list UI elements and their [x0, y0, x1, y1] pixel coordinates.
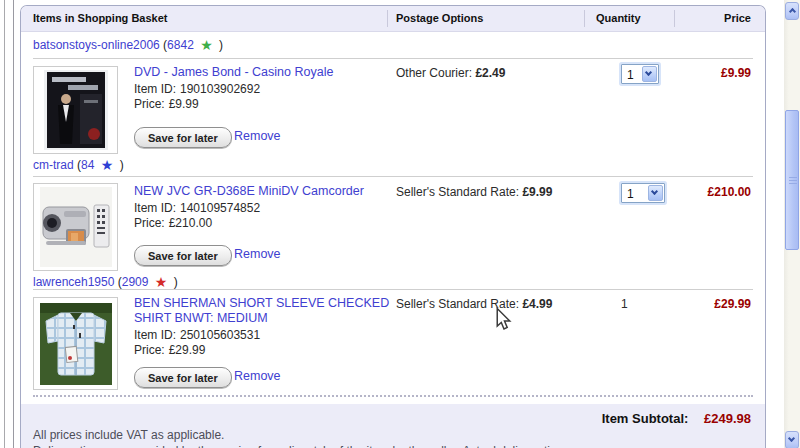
save-for-later-button[interactable]: Save for later: [134, 245, 232, 266]
quantity-value: 1: [627, 68, 634, 82]
postage-cost: £9.99: [522, 185, 552, 199]
seller-row: batsonstoys-online2006 (6842 ★ ): [33, 37, 223, 53]
mouse-cursor: [496, 307, 512, 335]
feedback-star-icon[interactable]: ★: [155, 274, 168, 290]
page-divider-line: [4, 0, 5, 448]
quantity-value: 1: [627, 187, 634, 201]
item-price-value: £210.00: [169, 216, 212, 230]
scroll-down-button[interactable]: [785, 431, 799, 448]
item-price-line: Price:£29.99: [134, 343, 205, 357]
row-divider: [33, 58, 753, 59]
postage-label: Seller's Standard Rate:: [396, 185, 519, 199]
item-price-label: Price:: [134, 97, 165, 111]
subtotal-label: Item Subtotal:: [602, 411, 689, 426]
item-thumbnail-camcorder[interactable]: [33, 183, 118, 271]
line-price: £29.99: [714, 297, 751, 311]
remove-link[interactable]: Remove: [234, 129, 281, 143]
line-price: £9.99: [721, 66, 751, 80]
postage-option: Seller's Standard Rate: £4.99: [396, 297, 552, 311]
item-id-value: 250105603531: [180, 328, 260, 342]
header-separator: [387, 10, 388, 27]
scrollbar-thumb[interactable]: [785, 110, 799, 250]
item-price-label: Price:: [134, 216, 165, 230]
item-id-label: Item ID:: [134, 328, 176, 342]
postage-label: Other Courier:: [396, 66, 472, 80]
item-price-label: Price:: [134, 343, 165, 357]
item-thumbnail-dvd[interactable]: [33, 66, 118, 154]
seller-name-link[interactable]: lawrenceh1950: [33, 275, 114, 289]
item-id-line: Item ID:250105603531: [134, 328, 260, 342]
page-divider-line: [13, 0, 14, 448]
row-divider: [33, 289, 753, 290]
col-header-items: Items in Shopping Basket: [33, 12, 167, 24]
header-separator: [674, 10, 675, 27]
postage-option: Other Courier: £2.49: [396, 66, 505, 80]
postage-option: Seller's Standard Rate: £9.99: [396, 185, 552, 199]
camcorder-image: [40, 187, 112, 267]
shopping-basket-panel: Items in Shopping Basket Postage Options…: [20, 5, 766, 448]
col-header-quantity: Quantity: [596, 12, 641, 24]
vertical-scrollbar[interactable]: [784, 0, 800, 448]
feedback-score-link[interactable]: 2909: [122, 275, 149, 289]
item-id-value: 190103902692: [180, 82, 260, 96]
item-price-line: Price:£210.00: [134, 216, 212, 230]
postage-cost: £4.99: [522, 297, 552, 311]
item-title-link[interactable]: NEW JVC GR-D368E MiniDV Camcorder: [134, 184, 396, 199]
quantity-dropdown[interactable]: 1: [621, 64, 659, 84]
item-id-value: 140109574852: [180, 201, 260, 215]
col-header-postage: Postage Options: [396, 12, 483, 24]
postage-cost: £2.49: [475, 66, 505, 80]
scroll-up-button[interactable]: [785, 2, 799, 20]
subtotal-divider: [33, 395, 753, 397]
chevron-down-icon: [651, 188, 658, 195]
paren: ): [219, 38, 223, 52]
row-divider: [33, 176, 753, 177]
chevron-up-icon: [789, 8, 796, 15]
item-title-link[interactable]: BEN SHERMAN SHORT SLEEVE CHECKED SHIRT B…: [134, 296, 396, 326]
scrollbar-grip: [789, 177, 797, 185]
remove-link[interactable]: Remove: [234, 247, 281, 261]
paren: ): [174, 275, 178, 289]
item-id-line: Item ID:190103902692: [134, 82, 260, 96]
basket-header-row: Items in Shopping Basket Postage Options…: [21, 6, 765, 32]
item-thumbnail-shirt[interactable]: [33, 297, 118, 390]
quantity-value: 1: [621, 297, 628, 311]
save-for-later-button[interactable]: Save for later: [134, 367, 232, 388]
seller-name-link[interactable]: batsonstoys-online2006: [33, 38, 160, 52]
col-header-price: Price: [724, 12, 751, 24]
basket-footer: Item Subtotal: £249.98 All prices includ…: [21, 404, 765, 448]
subtotal-value: £249.98: [704, 411, 751, 426]
item-price-line: Price:£9.99: [134, 97, 199, 111]
chevron-down-icon: [645, 69, 652, 76]
chevron-down-icon: [788, 435, 795, 442]
line-price: £210.00: [708, 185, 751, 199]
subtotal-row: Item Subtotal: £249.98: [602, 411, 751, 426]
dropdown-button[interactable]: [642, 66, 657, 82]
dropdown-button[interactable]: [648, 185, 663, 201]
feedback-score-link[interactable]: 84: [81, 158, 94, 172]
save-for-later-button[interactable]: Save for later: [134, 127, 232, 148]
paren: ): [120, 158, 124, 172]
item-title-link[interactable]: DVD - James Bond - Casino Royale: [134, 65, 396, 80]
page: Items in Shopping Basket Postage Options…: [0, 0, 800, 448]
dvd-cover-image: [44, 70, 108, 150]
seller-row: lawrenceh1950 (2909 ★ ): [33, 274, 178, 290]
shirt-image: [40, 303, 112, 385]
item-price-value: £29.99: [169, 343, 206, 357]
vat-note: All prices include VAT as applicable.: [33, 428, 224, 442]
quantity-dropdown[interactable]: 1: [621, 183, 665, 203]
header-separator: [584, 10, 585, 27]
feedback-star-icon[interactable]: ★: [101, 157, 114, 173]
seller-name-link[interactable]: cm-trad: [33, 158, 74, 172]
feedback-star-icon[interactable]: ★: [200, 37, 213, 53]
feedback-score-link[interactable]: 6842: [167, 38, 194, 52]
item-id-label: Item ID:: [134, 82, 176, 96]
item-id-label: Item ID:: [134, 201, 176, 215]
remove-link[interactable]: Remove: [234, 369, 281, 383]
item-id-line: Item ID:140109574852: [134, 201, 260, 215]
seller-row: cm-trad (84 ★ ): [33, 157, 124, 173]
item-price-value: £9.99: [169, 97, 199, 111]
delivery-note: Delivery times are provided by the carri…: [33, 444, 627, 448]
